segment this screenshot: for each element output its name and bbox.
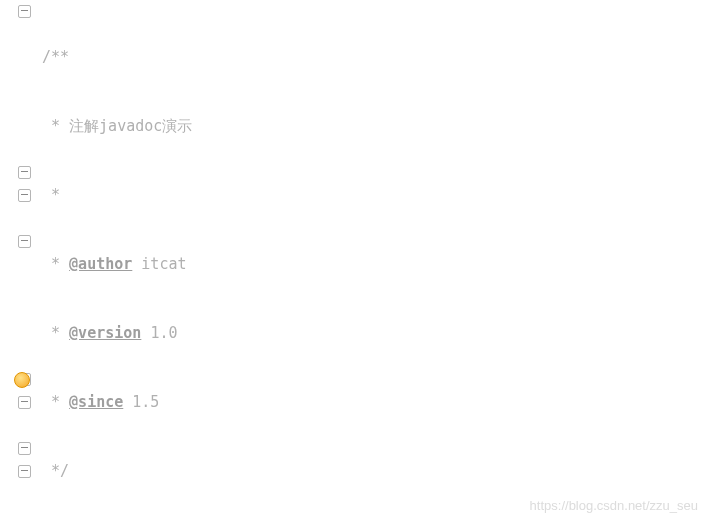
fold-icon[interactable] — [18, 5, 31, 18]
javadoc-close: */ — [42, 462, 69, 480]
fold-icon[interactable] — [18, 465, 31, 478]
fold-icon[interactable] — [18, 442, 31, 455]
code-line[interactable]: * — [36, 184, 706, 207]
code-area[interactable]: /** * 注解javadoc演示 * * @author itcat * @v… — [36, 0, 706, 523]
javadoc-since-tag: @since — [69, 393, 123, 411]
javadoc-author-tag: @author — [69, 255, 132, 273]
code-editor[interactable]: /** * 注解javadoc演示 * * @author itcat * @v… — [0, 0, 706, 523]
javadoc-star: * — [42, 186, 60, 204]
fold-icon[interactable] — [18, 235, 31, 248]
javadoc-version-tag: @version — [69, 324, 141, 342]
gutter — [0, 0, 36, 523]
javadoc-since-val: 1.5 — [132, 393, 159, 411]
fold-icon[interactable] — [18, 189, 31, 202]
fold-icon[interactable] — [18, 166, 31, 179]
code-line[interactable]: * @version 1.0 — [36, 322, 706, 345]
javadoc-author-val: itcat — [141, 255, 186, 273]
javadoc-open: /** — [42, 48, 69, 66]
javadoc-version-val: 1.0 — [150, 324, 177, 342]
code-line[interactable]: * @author itcat — [36, 253, 706, 276]
javadoc-text: * 注解javadoc演示 — [42, 117, 192, 135]
lightbulb-icon[interactable] — [14, 372, 30, 388]
code-line[interactable]: * @since 1.5 — [36, 391, 706, 414]
code-line[interactable]: /** — [36, 46, 706, 69]
code-line[interactable]: */ — [36, 460, 706, 483]
fold-icon[interactable] — [18, 396, 31, 409]
code-line[interactable]: * 注解javadoc演示 — [36, 115, 706, 138]
